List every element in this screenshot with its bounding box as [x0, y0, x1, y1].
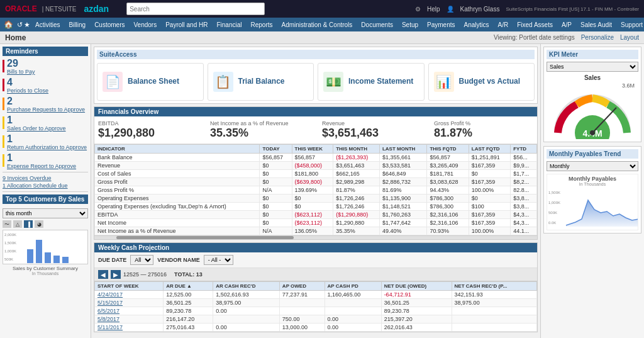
fin-table-cell: ($1,290,880)	[333, 211, 380, 219]
menu-reports[interactable]: Reports	[247, 20, 277, 30]
top5-period-select[interactable]: this month	[3, 208, 88, 218]
reminder-num-sales[interactable]: 1	[7, 115, 66, 125]
fin-col-this-month: THIS MONTH	[333, 145, 380, 154]
fin-table-cell: $0	[292, 194, 333, 203]
reminder-num-purchase[interactable]: 2	[7, 96, 85, 106]
menu-billing[interactable]: Billing	[65, 20, 89, 30]
cash-table-cell: 0.00	[325, 324, 381, 332]
area-chart-icon[interactable]: △	[13, 220, 22, 228]
search-input[interactable]	[126, 3, 265, 15]
menu-setup[interactable]: Setup	[398, 20, 422, 30]
reminder-link-purchase[interactable]: Purchase Requests to Approve	[7, 106, 85, 113]
reminder-link-sales[interactable]: Sales Order to Approve	[7, 125, 66, 132]
cash-table-cell[interactable]: 6/5/2017	[95, 307, 164, 315]
menu-customers[interactable]: Customers	[91, 20, 128, 30]
viewing-label[interactable]: Viewing: Portlet date settings	[494, 34, 575, 41]
fin-kpi-revenue: Revenue $3,651,463	[322, 120, 421, 140]
menu-analytics[interactable]: Analytics	[460, 20, 493, 30]
reminder-bar-yellow1	[3, 116, 4, 129]
allocation-schedule[interactable]: 1 Allocation Schedule due	[3, 183, 88, 189]
fin-table-cell: $1,726,246	[333, 203, 380, 211]
logo-netsuite: | NETSUITE	[42, 6, 77, 13]
fin-kpi-net-income-pct: Net Income as a % of Revenue 35.35%	[210, 120, 309, 140]
line-chart-icon[interactable]: 〜	[3, 220, 11, 228]
top-bar: ORACLE | NETSUITE azdan ⚙ Help 👤 Kathryn…	[0, 0, 644, 18]
fin-table-row: Cost of Sales$0$181,800$662,165$646,849$…	[95, 170, 537, 178]
back-icon[interactable]: ↺	[17, 21, 23, 29]
fin-table-cell: $3,265,409	[427, 162, 469, 170]
menu-payments[interactable]: Payments	[423, 20, 458, 30]
cash-table: START OF WEEK AR DUE ▲ AR CASH REC'D AP …	[94, 281, 537, 332]
fin-table-cell: EBITDA	[95, 211, 260, 219]
invoices-overdue[interactable]: 9 Invoices Overdue	[3, 175, 88, 181]
reminder-link-bills[interactable]: Bills to Pay	[7, 69, 35, 75]
trial-balance-label: Trial Balance	[238, 77, 285, 87]
fin-table-row: Gross Profit$0($639,800)$2,989,298$2,886…	[95, 178, 537, 186]
svg-text:1,500K: 1,500K	[4, 241, 16, 245]
fin-table-cell: $786,300	[427, 203, 469, 211]
reminder-num-bills[interactable]: 29	[7, 59, 35, 69]
fin-col-last-fqtd: LAST FQTD	[469, 145, 510, 154]
reminder-num-periods[interactable]: 4	[7, 77, 48, 87]
suite-card-balance-sheet[interactable]: 📄 Balance Sheet	[97, 63, 204, 101]
fin-kpi-gross-profit: Gross Profit % 81.87%	[434, 120, 533, 140]
suite-card-trial-balance[interactable]: 📋 Trial Balance	[208, 63, 314, 101]
kpi-metric-select[interactable]: Sales	[547, 62, 638, 72]
svg-text:2,000K: 2,000K	[4, 233, 16, 237]
home-icon[interactable]: 🏠	[4, 20, 13, 29]
vendor-select[interactable]: - All -	[204, 255, 233, 265]
fin-table-cell: ($639,800)	[292, 178, 333, 186]
menu-payroll[interactable]: Payroll and HR	[162, 20, 211, 30]
reminder-num-expense[interactable]: 1	[7, 153, 76, 163]
pie-chart-icon[interactable]: ◕	[35, 220, 43, 228]
reminder-link-expense[interactable]: Expense Report to Approve	[7, 163, 76, 169]
menu-ar[interactable]: A/R	[494, 20, 513, 30]
gauge-container: Sales 3.6M 4.4M	[547, 74, 638, 139]
fin-scrollbar-thumb	[116, 236, 294, 239]
fin-table-cell: N/A	[260, 227, 292, 235]
cash-table-cell[interactable]: 5/8/2017	[95, 315, 164, 324]
fin-table-cell: 44.1...	[511, 227, 537, 235]
reminder-num-return[interactable]: 1	[7, 134, 87, 144]
layout-link[interactable]: Layout	[620, 34, 639, 41]
cash-table-cell[interactable]: 5/11/2017	[95, 324, 164, 332]
monthly-period-select[interactable]: Monthly	[547, 161, 638, 171]
fin-table-row: Gross Profit %N/A139.69%81.87%81.69%94.4…	[95, 186, 537, 194]
fin-scrollbar[interactable]	[94, 235, 537, 239]
bar-chart-icon[interactable]: ▐	[24, 220, 33, 228]
help-label[interactable]: Help	[427, 6, 440, 13]
reminder-link-periods[interactable]: Periods to Close	[7, 87, 48, 94]
fin-table-cell: $0	[260, 211, 292, 219]
cash-prev-btn[interactable]: ◀	[98, 270, 108, 279]
menu-sales-audit[interactable]: Sales Audit	[577, 20, 616, 30]
menu-vendors[interactable]: Vendors	[130, 20, 161, 30]
help-icon[interactable]: ⚙	[415, 6, 421, 13]
fin-table-cell: $1,747,642	[379, 219, 426, 227]
menu-support[interactable]: Support	[617, 20, 644, 30]
bookmark-icon[interactable]: ★	[24, 21, 30, 29]
menu-admin[interactable]: Administration & Controls	[278, 20, 357, 30]
menu-activities[interactable]: Activities	[31, 20, 64, 30]
svg-text:500K: 500K	[548, 211, 557, 215]
fin-table-row: Net Income as a % of RevenueN/A136.05%35…	[95, 227, 537, 235]
cash-next-btn[interactable]: ▶	[111, 270, 121, 279]
suite-card-budget-actual[interactable]: 📊 Budget vs Actual	[428, 63, 535, 101]
suite-card-income-statement[interactable]: 💵 Income Statement	[318, 63, 425, 101]
financials-header: Financials Overview	[94, 107, 537, 116]
cash-table-cell[interactable]: 5/15/2017	[95, 299, 164, 307]
due-date-select[interactable]: All	[130, 255, 153, 265]
cash-table-cell[interactable]: 4/24/2017	[95, 291, 164, 299]
logo-azdan: azdan	[84, 4, 109, 14]
fin-table-cell: 82.8...	[511, 186, 537, 194]
personalize-link[interactable]: Personalize	[581, 34, 614, 41]
payables-chart-title: Monthly Payables	[547, 176, 638, 182]
fin-table-row: Operating Expenses$0$0$1,726,246$1,135,9…	[95, 194, 537, 203]
menu-documents[interactable]: Documents	[357, 20, 397, 30]
fin-table-cell: $0	[260, 170, 292, 178]
reminder-link-return[interactable]: Return Authorization to Approve	[7, 144, 87, 150]
menu-ap[interactable]: A/P	[558, 20, 575, 30]
menu-financial[interactable]: Financial	[213, 20, 245, 30]
cash-table-cell	[452, 324, 536, 332]
fin-table-cell: $2,316,106	[427, 211, 469, 219]
menu-fixed-assets[interactable]: Fixed Assets	[513, 20, 557, 30]
